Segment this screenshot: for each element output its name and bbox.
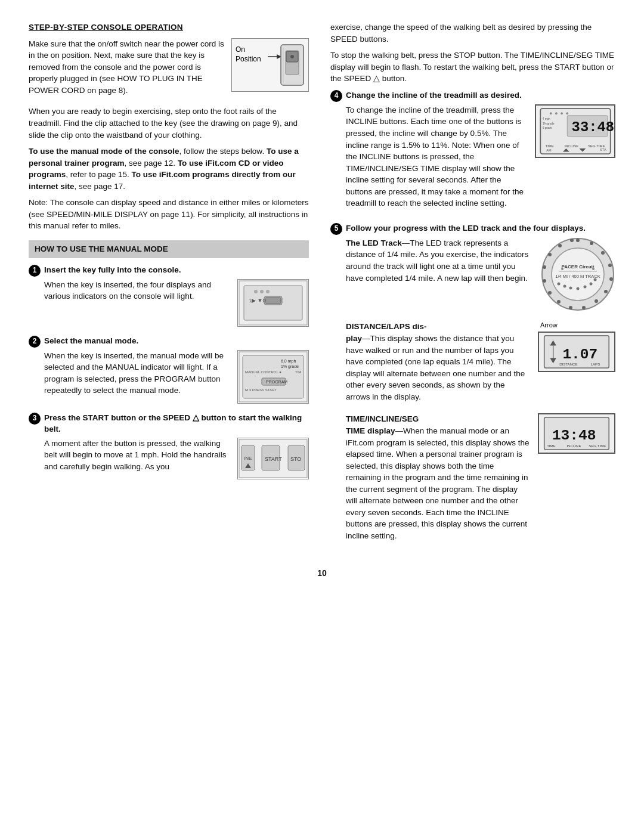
distance-display: 1.07 DISTANCE LAPS	[538, 332, 615, 372]
svg-point-58	[595, 299, 598, 303]
svg-point-16	[266, 290, 270, 293]
time-incline-seg-text: TIME/INCLINE/SEGTIME display—When the ma…	[346, 413, 530, 541]
incline-display-image: 4 mph 1% grade 6 grade 33:48 TIME INCLIN…	[535, 104, 615, 158]
svg-point-14	[254, 290, 258, 293]
incline-display-container: 4 mph 1% grade 6 grade 33:48 TIME INCLIN…	[535, 104, 615, 158]
svg-point-63	[543, 279, 546, 283]
svg-point-80	[594, 278, 597, 281]
svg-text:LAPS: LAPS	[591, 362, 600, 366]
svg-text:1% grade: 1% grade	[542, 122, 554, 125]
manual-mode-image: 6.0 mph 1% grade MANUAL CONTROL ● TIM PR…	[237, 350, 309, 404]
step-2-title: Select the manual mode.	[44, 335, 138, 347]
svg-text:M 3 PRESS START: M 3 PRESS START	[245, 388, 277, 392]
led-track-section: The LED Track—The LED track represents a…	[346, 237, 615, 315]
svg-text:STA: STA	[600, 147, 606, 151]
svg-point-74	[558, 282, 561, 285]
svg-text:1▶  ▼0: 1▶ ▼0	[249, 298, 265, 304]
svg-text:13:48: 13:48	[552, 428, 596, 444]
svg-point-54	[601, 251, 605, 255]
step-4-body: To change the incline of the treadmill, …	[346, 104, 529, 209]
note-paragraph: Note: The console can display speed and …	[29, 197, 309, 232]
arrow-label: Arrow	[538, 321, 615, 330]
time-incline-seg-section: TIME/INCLINE/SEGTIME display—When the ma…	[346, 413, 615, 546]
led-track-text: The LED Track—The LED track represents a…	[346, 237, 532, 284]
svg-text:1.07: 1.07	[562, 346, 597, 363]
svg-text:MANUAL CONTROL ●: MANUAL CONTROL ●	[245, 370, 281, 374]
step-4-number: 4	[330, 90, 342, 102]
step-4: 4 Change the incline of the treadmill as…	[330, 89, 615, 214]
step-5: 5 Follow your progress with the LED trac…	[330, 222, 615, 547]
distance-display-container: Arrow 1.07	[538, 321, 615, 372]
svg-text:4 mph: 4 mph	[542, 117, 550, 120]
svg-text:INCLINE: INCLINE	[564, 144, 578, 148]
intro-p2: When you are ready to begin exercising, …	[29, 106, 309, 141]
svg-point-57	[604, 290, 608, 293]
svg-point-78	[584, 285, 587, 288]
key-insert-image: 1▶ ▼0	[237, 279, 309, 327]
svg-text:33:48: 33:48	[571, 119, 614, 135]
svg-point-59	[582, 306, 586, 309]
step-2-number: 2	[29, 336, 41, 348]
svg-text:1/4 MI / 400 M TRACK: 1/4 MI / 400 M TRACK	[555, 274, 600, 279]
svg-point-15	[260, 290, 264, 293]
svg-text:PACER Circuit: PACER Circuit	[562, 264, 595, 270]
svg-text:1% grade: 1% grade	[281, 364, 299, 369]
svg-point-35	[549, 112, 552, 114]
svg-text:INE: INE	[244, 456, 252, 461]
step-2: 2 Select the manual mode. When the key i…	[29, 335, 309, 404]
step-1: 1 Insert the key fully into the console.…	[29, 264, 309, 327]
svg-text:6 grade: 6 grade	[542, 126, 552, 129]
svg-text:AM: AM	[546, 148, 552, 152]
svg-text:TIM: TIM	[295, 370, 301, 374]
svg-point-75	[564, 284, 566, 287]
svg-text:Position: Position	[236, 55, 261, 63]
right-intro-p2: To stop the walking belt, press the STOP…	[330, 49, 615, 85]
bold-paragraph: To use the manual mode of the console, f…	[29, 145, 309, 192]
led-track-image: PACER Circuit 1/4 MI / 400 M TRACK	[541, 237, 615, 315]
svg-point-56	[609, 277, 613, 281]
svg-point-52	[576, 239, 580, 242]
step-1-number: 1	[29, 265, 41, 277]
svg-point-53	[590, 241, 593, 245]
svg-text:TIME: TIME	[545, 144, 553, 148]
svg-text:INCLINE: INCLINE	[566, 444, 581, 448]
svg-point-36	[555, 112, 558, 114]
svg-point-77	[577, 287, 580, 290]
svg-point-76	[569, 286, 572, 289]
step-1-body: When the key is inserted, the four displ…	[44, 279, 231, 302]
svg-text:DISTANCE: DISTANCE	[559, 362, 577, 366]
step-5-number: 5	[330, 223, 342, 235]
page: STEP-BY-STEP CONSOLE OPERATION Make sure…	[0, 0, 644, 833]
start-button-image: INE START STO	[237, 438, 309, 479]
svg-point-66	[558, 244, 562, 247]
manual-mode-bar: HOW TO USE THE MANUAL MODE	[29, 240, 309, 258]
svg-point-7	[290, 55, 294, 58]
time-display-container: 13:48 TIME INCLINE SEG.TIME	[538, 413, 615, 454]
svg-point-62	[548, 291, 552, 295]
svg-text:STO: STO	[290, 456, 301, 462]
step-3-number: 3	[29, 413, 41, 425]
step-3-body: A moment after the button is pressed, th…	[44, 438, 231, 473]
svg-point-79	[590, 282, 593, 285]
step-5-title: Follow your progress with the LED track …	[346, 222, 586, 234]
svg-text:SEG.TIME: SEG.TIME	[589, 444, 606, 448]
svg-point-61	[557, 300, 561, 304]
svg-text:6.0 mph: 6.0 mph	[281, 359, 296, 364]
svg-point-64	[543, 265, 546, 269]
svg-point-65	[548, 253, 552, 256]
svg-text:TIME: TIME	[547, 444, 556, 448]
right-column: exercise, change the speed of the walkin…	[330, 21, 615, 555]
page-number: 10	[29, 567, 615, 579]
step-4-title: Change the incline of the treadmill as d…	[346, 89, 522, 101]
left-column: STEP-BY-STEP CONSOLE OPERATION Make sure…	[29, 21, 309, 555]
svg-point-60	[569, 306, 572, 309]
svg-point-73	[592, 268, 595, 270]
step-2-body: When the key is inserted, the manual mod…	[44, 350, 231, 397]
svg-text:PROGRAM: PROGRAM	[266, 380, 287, 384]
distance-laps-section: DISTANCE/LAPS dis-play—This display show…	[346, 321, 615, 407]
section-title: STEP-BY-STEP CONSOLE OPERATION	[29, 21, 309, 33]
svg-point-55	[608, 264, 612, 267]
step-1-title: Insert the key fully into the console.	[44, 264, 181, 276]
svg-rect-12	[265, 298, 281, 304]
svg-point-38	[566, 112, 568, 114]
